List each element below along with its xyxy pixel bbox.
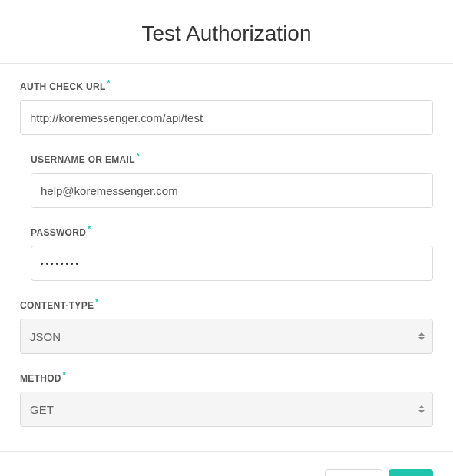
password-input[interactable]: •••••••• xyxy=(31,246,433,281)
auth-check-url-label-text: AUTH CHECK URL xyxy=(20,81,106,92)
cancel-button[interactable]: Cancel xyxy=(325,469,383,476)
field-username: USERNAME OR EMAIL* xyxy=(31,152,433,208)
method-label-text: METHOD xyxy=(20,373,61,384)
field-method: METHOD* GET xyxy=(20,371,433,427)
field-content-type: CONTENT-TYPE* JSON xyxy=(20,298,433,354)
method-select[interactable]: GET xyxy=(20,392,433,427)
required-mark: * xyxy=(95,298,98,306)
username-label-text: USERNAME OR EMAIL xyxy=(31,154,135,165)
test-button[interactable]: Test xyxy=(389,469,433,476)
required-mark: * xyxy=(88,225,91,233)
content-type-value: JSON xyxy=(30,330,61,343)
chevron-updown-icon xyxy=(418,332,425,340)
modal-title: Test Authorization xyxy=(15,21,438,46)
modal-header: Test Authorization xyxy=(0,0,453,64)
modal-footer: Cancel Test xyxy=(0,451,453,476)
required-mark: * xyxy=(107,79,111,88)
content-type-select[interactable]: JSON xyxy=(20,319,433,354)
username-label: USERNAME OR EMAIL* xyxy=(31,152,433,165)
auth-check-url-input[interactable] xyxy=(20,100,433,135)
password-mask: •••••••• xyxy=(41,259,81,268)
username-input[interactable] xyxy=(31,173,433,208)
field-password: PASSWORD* •••••••• xyxy=(31,225,433,281)
required-mark: * xyxy=(63,371,66,379)
chevron-updown-icon xyxy=(418,405,425,413)
field-auth-check-url: AUTH CHECK URL* xyxy=(20,79,433,135)
modal-body: AUTH CHECK URL* USERNAME OR EMAIL* PASSW… xyxy=(0,64,453,451)
required-mark: * xyxy=(137,152,140,160)
password-label-text: PASSWORD xyxy=(31,227,86,238)
content-type-label: CONTENT-TYPE* xyxy=(20,298,433,311)
content-type-label-text: CONTENT-TYPE xyxy=(20,300,94,311)
method-label: METHOD* xyxy=(20,371,433,384)
password-label: PASSWORD* xyxy=(31,225,433,238)
auth-check-url-label: AUTH CHECK URL* xyxy=(20,79,433,92)
method-value: GET xyxy=(30,403,54,416)
